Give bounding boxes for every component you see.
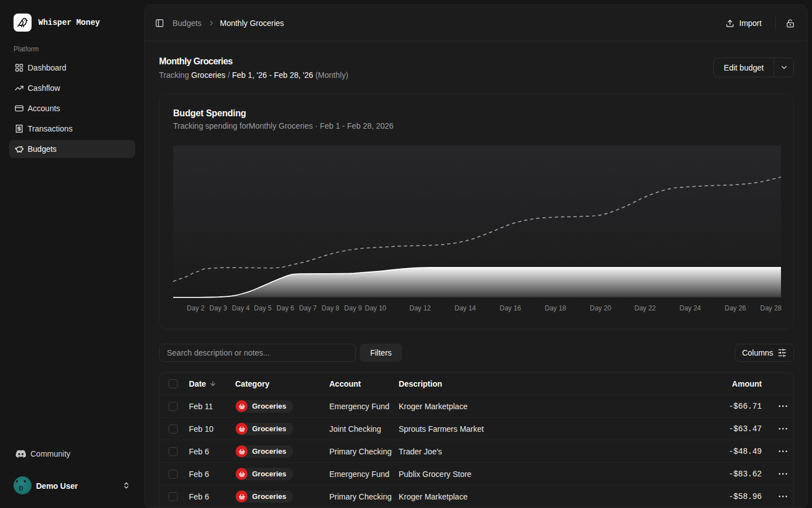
svg-text:D: D — [19, 485, 24, 492]
